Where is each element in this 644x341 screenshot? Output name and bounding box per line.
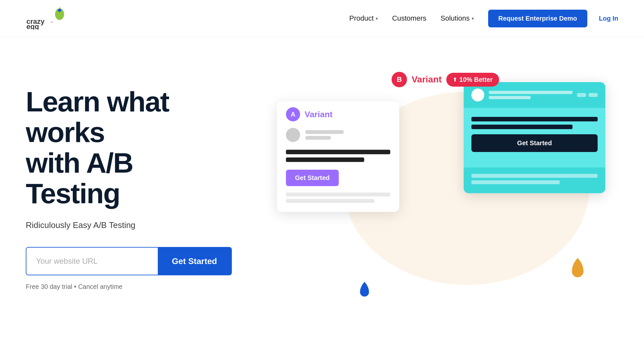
hero-subtitle: Ridiculously Easy A/B Testing	[26, 220, 232, 230]
login-link[interactable]: Log In	[599, 15, 618, 22]
variant-b-card: Get Started	[464, 82, 605, 193]
card-bottom	[286, 193, 390, 203]
svg-text:egg: egg	[26, 23, 39, 30]
svg-text:™: ™	[50, 21, 53, 24]
variant-a-card: A Variant Get Started	[277, 101, 399, 212]
variant-a-label-row: A Variant	[286, 107, 390, 121]
variant-b-badge: B	[392, 72, 407, 87]
nav-solutions[interactable]: Solutions ▾	[440, 14, 474, 23]
request-demo-button[interactable]: Request Enterprise Demo	[488, 10, 588, 27]
card-line	[305, 136, 331, 140]
product-chevron-icon: ▾	[376, 16, 378, 21]
card-line	[286, 199, 374, 203]
navbar: crazy egg ™ Product ▾ Customers Solution…	[0, 0, 644, 37]
variant-b-cta[interactable]: Get Started	[471, 134, 598, 152]
card-content	[286, 150, 390, 162]
variant-a-cta[interactable]: Get Started	[286, 170, 339, 186]
footer-line	[471, 180, 560, 184]
card-line	[286, 193, 390, 196]
variant-b-body: Get Started	[464, 108, 605, 167]
card-line	[305, 130, 344, 134]
variant-b-circle	[471, 89, 484, 101]
card-content-line	[286, 157, 364, 162]
svg-line-5	[60, 7, 61, 8]
hero-title: Learn what works with A/B Testing	[26, 86, 232, 209]
svg-point-1	[58, 9, 61, 12]
header-dot	[589, 93, 598, 97]
chevron-up-icon: ⬆	[453, 77, 457, 83]
card-content-line	[286, 150, 390, 154]
better-badge: ⬆ 10% Better	[446, 73, 499, 87]
logo-link[interactable]: crazy egg ™	[26, 7, 77, 30]
variant-b-footer	[464, 167, 605, 193]
header-dots	[577, 93, 598, 97]
hero-illustration: B Variant ⬆ 10% Better A Variant	[251, 63, 618, 314]
hero-section: Learn what works with A/B Testing Ridicu…	[0, 37, 644, 333]
header-line	[489, 96, 531, 99]
nav-links: Product ▾ Customers Solutions ▾	[349, 14, 474, 23]
footer-line	[471, 174, 598, 178]
url-form: Get Started	[26, 247, 232, 275]
get-started-button[interactable]: Get Started	[158, 248, 231, 275]
variant-b-badge-row: B Variant ⬆ 10% Better	[392, 72, 499, 87]
card-avatar-row	[286, 128, 390, 142]
drop-gold-icon	[569, 257, 586, 282]
trial-text: Free 30 day trial • Cancel anytime	[26, 283, 232, 290]
header-dot	[577, 93, 586, 97]
nav-customers[interactable]: Customers	[392, 14, 426, 23]
card-avatar-lines	[305, 130, 344, 140]
variant-b-label: Variant	[412, 74, 441, 85]
body-line	[471, 125, 573, 129]
logo-svg: crazy egg ™	[26, 7, 77, 30]
variant-b-header-lines	[489, 91, 573, 99]
variant-a-label-text: Variant	[305, 109, 333, 119]
nav-product[interactable]: Product ▾	[349, 14, 378, 23]
hero-left: Learn what works with A/B Testing Ridicu…	[26, 86, 251, 290]
drop-blue-icon	[357, 281, 372, 301]
url-input[interactable]	[26, 248, 158, 275]
header-line	[489, 91, 573, 94]
card-avatar	[286, 128, 300, 142]
body-line	[471, 117, 598, 121]
variant-a-badge: A	[286, 107, 300, 121]
solutions-chevron-icon: ▾	[472, 16, 474, 21]
